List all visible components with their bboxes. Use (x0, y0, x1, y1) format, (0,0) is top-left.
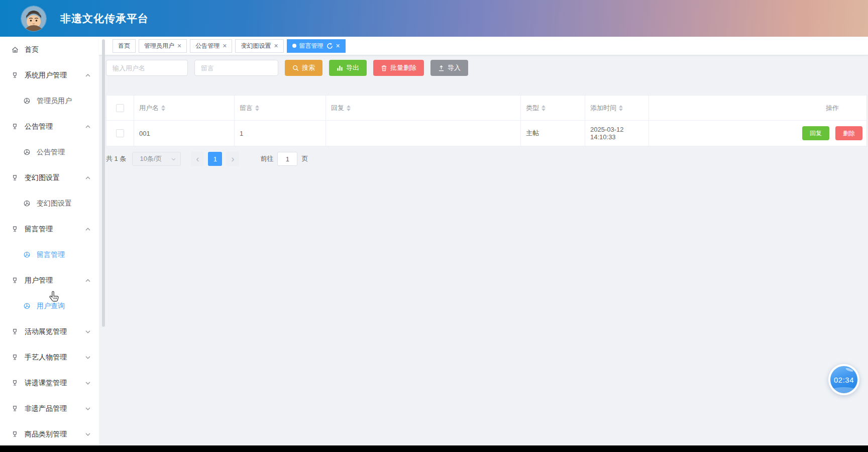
close-icon[interactable]: × (177, 42, 181, 49)
tab-label: 管理员用户 (144, 42, 174, 50)
search-icon (292, 65, 299, 71)
tab-label: 留言管理 (299, 42, 323, 50)
chevron-up-icon (85, 175, 91, 180)
close-icon[interactable]: × (223, 42, 227, 49)
batch-delete-button-label: 批量删除 (390, 63, 416, 72)
next-page-button[interactable]: › (226, 152, 239, 166)
sidebar-item-label: 变幻图设置 (37, 199, 72, 208)
tab-announcement[interactable]: 公告管理 × (190, 39, 232, 53)
cup-icon (11, 327, 19, 336)
tab-label: 公告管理 (195, 42, 220, 50)
tab-admin-users[interactable]: 管理员用户 × (139, 39, 187, 53)
active-dot-icon (292, 44, 296, 48)
cup-icon (11, 276, 19, 285)
sort-caret-icon[interactable] (619, 105, 623, 111)
chevron-down-icon (85, 355, 91, 360)
sort-caret-icon[interactable] (161, 105, 165, 111)
avatar (21, 6, 46, 31)
chevron-down-icon (85, 381, 91, 386)
sidebar-scrollbar[interactable] (102, 39, 105, 327)
chevron-up-icon (85, 278, 91, 283)
page-size-select[interactable]: 10条/页 (132, 152, 181, 166)
sidebar-item-courses[interactable]: 讲遗课堂管理 (0, 370, 99, 396)
pie-chart-icon (23, 97, 31, 105)
select-all-checkbox[interactable] (116, 104, 124, 112)
bar-chart-icon (337, 65, 343, 71)
column-header-added-time: 添加时间 (590, 104, 616, 113)
sidebar-item-system-users[interactable]: 系统用户管理 (0, 62, 99, 88)
search-button-label: 搜索 (302, 63, 315, 72)
table-body: 001 1 主帖 2025-03-12 14:10:33 回复 删除 (106, 121, 866, 146)
pagination: 共 1 条 10条/页 ‹ 1 › 前往 页 (106, 152, 868, 166)
sidebar-item-label: 系统用户管理 (25, 71, 67, 80)
total-count: 共 1 条 (106, 154, 126, 163)
tab-carousel[interactable]: 变幻图设置 × (235, 39, 283, 53)
export-button[interactable]: 导出 (329, 60, 367, 76)
sidebar-item-craftsmen[interactable]: 手艺人物管理 (0, 344, 99, 370)
recording-timer-bubble[interactable]: 02:34 (828, 364, 859, 395)
goto-suffix: 页 (301, 154, 308, 163)
goto-label: 前往 (260, 154, 273, 163)
sidebar-item-label: 商品类别管理 (25, 430, 67, 439)
reply-button[interactable]: 回复 (802, 126, 829, 140)
cup-icon (11, 353, 19, 361)
batch-delete-button[interactable]: 批量删除 (373, 60, 424, 76)
sidebar-item-heritage-products[interactable]: 非遗产品管理 (0, 396, 99, 421)
page-number-current[interactable]: 1 (208, 152, 222, 166)
sidebar-item-announcement[interactable]: 公告管理 (0, 114, 99, 139)
prev-page-button[interactable]: ‹ (191, 152, 204, 166)
sidebar-item-label: 公告管理 (25, 122, 53, 131)
close-icon[interactable]: × (274, 42, 278, 49)
tabs-bar: 首页 管理员用户 × 公告管理 × 变幻图设置 × 留言管理 × (99, 37, 868, 55)
sidebar-item-users[interactable]: 用户管理 (0, 267, 99, 293)
page-size-value: 10条/页 (140, 154, 162, 163)
tab-label: 首页 (118, 42, 130, 50)
sidebar-item-admin-users[interactable]: 管理员用户 (0, 88, 99, 114)
sort-caret-icon[interactable] (347, 105, 351, 111)
sidebar-item-home[interactable]: 首页 (0, 37, 99, 62)
message-input[interactable] (194, 60, 278, 76)
toolbar: 搜索 导出 批量删除 导入 (106, 60, 868, 76)
close-icon[interactable]: × (336, 42, 340, 49)
sidebar-item-carousel[interactable]: 变幻图设置 (0, 165, 99, 191)
cell-type: 主帖 (526, 129, 539, 138)
sidebar-item-carousel-settings[interactable]: 变幻图设置 (0, 191, 99, 216)
tab-messages-active[interactable]: 留言管理 × (287, 39, 346, 53)
goto-page-input[interactable] (277, 152, 297, 166)
sidebar-item-user-query[interactable]: 用户查询 (0, 293, 99, 319)
sidebar-item-announcement-manage[interactable]: 公告管理 (0, 139, 99, 165)
sidebar-item-label: 公告管理 (37, 148, 65, 157)
cell-message: 1 (240, 130, 243, 137)
sidebar-item-label: 非遗产品管理 (25, 404, 67, 413)
sidebar-item-label: 用户管理 (25, 276, 53, 285)
sidebar-item-messages-manage[interactable]: 留言管理 (0, 242, 99, 267)
sidebar-item-label: 讲遗课堂管理 (25, 379, 67, 388)
pie-chart-icon (23, 199, 31, 208)
pie-chart-icon (23, 302, 31, 310)
search-button[interactable]: 搜索 (285, 60, 322, 76)
chevron-up-icon (85, 73, 91, 78)
page-title: 非遗文化传承平台 (60, 12, 149, 26)
row-checkbox[interactable] (116, 129, 124, 137)
sidebar-item-label: 用户查询 (37, 302, 65, 311)
sidebar-item-messages[interactable]: 留言管理 (0, 216, 99, 242)
sort-caret-icon[interactable] (541, 105, 546, 111)
import-button[interactable]: 导入 (430, 60, 468, 76)
sidebar-item-activities[interactable]: 活动展览管理 (0, 319, 99, 344)
pie-chart-icon (23, 250, 31, 259)
chevron-up-icon (85, 124, 91, 129)
tab-home[interactable]: 首页 (113, 39, 136, 53)
cell-added-time: 2025-03-12 14:10:33 (590, 126, 648, 141)
username-input[interactable] (106, 60, 188, 76)
trash-icon (381, 65, 387, 71)
column-header-reply: 回复 (331, 104, 344, 113)
sidebar-item-label: 留言管理 (37, 250, 65, 259)
sidebar-item-product-categories[interactable]: 商品类别管理 (0, 421, 99, 447)
chevron-down-icon (85, 432, 91, 437)
delete-button[interactable]: 删除 (835, 126, 862, 140)
sort-caret-icon[interactable] (255, 105, 259, 111)
home-icon (11, 45, 19, 54)
cup-icon (11, 430, 19, 438)
refresh-icon[interactable] (327, 43, 333, 49)
sidebar-item-label: 留言管理 (25, 225, 53, 234)
